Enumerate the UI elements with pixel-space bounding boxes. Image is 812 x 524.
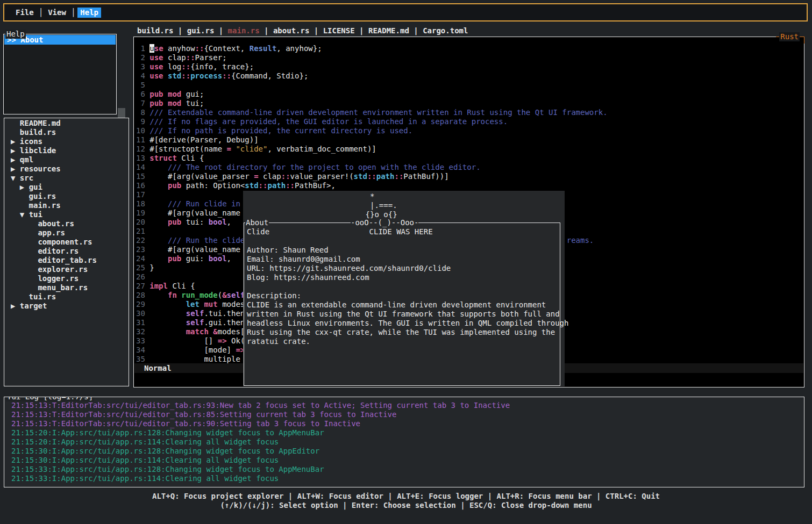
code-token: clap <box>163 53 186 62</box>
code-token: impl <box>149 282 168 290</box>
code-line-14[interactable]: 14 /// The root directory for the projec… <box>136 163 804 172</box>
explorer-item-editor_tab.rs[interactable]: editor_tab.rs <box>4 256 129 265</box>
explorer-item-main.rs[interactable]: main.rs <box>4 201 129 210</box>
explorer-item-qml[interactable]: ▶ qml <box>4 155 129 164</box>
explorer-item-logger.rs[interactable]: logger.rs <box>4 274 129 283</box>
code-line-12[interactable]: 12#[structopt(name = "clide", verbatim_d… <box>136 145 804 154</box>
line-number: 3 <box>136 62 145 71</box>
explorer-item-editor.rs[interactable]: editor.rs <box>4 247 129 256</box>
log-entry: 21:15:33:I:App:src/tui/app.rs:114:Cleari… <box>11 474 804 483</box>
explorer-item-resources[interactable]: ▶ resources <box>4 164 129 174</box>
code-token: fn <box>149 291 177 299</box>
tab-license[interactable]: LICENSE <box>323 26 355 35</box>
menu-bar: File │ View │ Help <box>3 3 808 21</box>
line-number: 21 <box>136 227 145 236</box>
ascii-art-feet: -ooO--(_)--Ooo- <box>351 218 418 227</box>
about-line: URL: https://git.shaunreed.com/shaunrd0/… <box>247 264 560 273</box>
line-number: 17 <box>136 190 145 199</box>
tab-main-rs[interactable]: main.rs <box>228 26 260 35</box>
help-menu-title: Help <box>5 30 26 39</box>
line-number: 23 <box>136 245 145 254</box>
code-token: value_parser!( <box>290 172 354 181</box>
code-line-1[interactable]: 1use anyhow::{Context, Result, anyhow}; <box>136 44 804 53</box>
code-line-16[interactable]: 16 pub path: Option<std::path::PathBuf>, <box>136 181 804 190</box>
code-token: clap <box>259 172 281 181</box>
menu-item-file[interactable]: File <box>13 8 37 18</box>
tab-separator: | <box>214 26 227 35</box>
log-panel-title: Tui Log [log=1.7/s] <box>6 397 94 401</box>
code-line-4[interactable]: 4use std::process::{Command, Stdio}; <box>136 71 804 81</box>
explorer-item-src[interactable]: ▼ src <box>4 174 129 183</box>
code-token: } <box>149 263 154 272</box>
explorer-item-target[interactable]: ▶ target <box>4 302 129 311</box>
menu-item-help[interactable]: Help <box>77 8 101 18</box>
code-token: use <box>149 53 163 62</box>
tab-separator: | <box>355 26 368 35</box>
code-token: PathBuf>, <box>295 181 336 190</box>
code-token: #[structopt(name <box>149 145 226 153</box>
code-token: path: Option< <box>181 181 245 190</box>
explorer-item-app.rs[interactable]: app.rs <box>4 228 129 238</box>
tab-cargo-toml[interactable]: Cargo.toml <box>423 26 468 35</box>
tab-build-rs[interactable]: build.rs <box>137 26 173 35</box>
code-token: = <box>254 172 258 181</box>
line-number: 5 <box>136 81 145 90</box>
line-number: 22 <box>136 236 145 245</box>
code-line-2[interactable]: 2use clap::Parser; <box>136 53 804 62</box>
code-line-7[interactable]: 7pub mod tui; <box>136 99 804 108</box>
code-token: pub <box>149 181 181 190</box>
code-line-9[interactable]: 9/// If no flags are provided, the GUI e… <box>136 117 804 126</box>
scrollbar-thumb[interactable] <box>118 108 125 118</box>
code-line-10[interactable]: 10/// If no path is provided, the curren… <box>136 126 804 135</box>
explorer-item-tui[interactable]: ▼ tui <box>4 210 129 219</box>
about-box: About -ooO--(_)--Ooo- Clide CLIDE WAS HE… <box>244 222 560 386</box>
code-line-15[interactable]: 15 #[arg(value_parser = clap::value_pars… <box>136 172 804 181</box>
line-number: 25 <box>136 263 145 272</box>
code-token: , <box>227 218 231 226</box>
code-line-13[interactable]: 13struct Cli { <box>136 154 804 163</box>
explorer-item-README.md[interactable]: README.md <box>4 119 129 128</box>
explorer-item-about.rs[interactable]: about.rs <box>4 219 129 228</box>
explorer-item-component.rs[interactable]: component.rs <box>4 238 129 247</box>
explorer-item-gui.rs[interactable]: gui.rs <box>4 192 129 201</box>
code-token: use <box>149 62 163 71</box>
explorer-item-tui.rs[interactable]: tui.rs <box>4 292 129 302</box>
explorer-item-menu_bar.rs[interactable]: menu_bar.rs <box>4 283 129 292</box>
code-line-5[interactable]: 5 <box>136 81 804 90</box>
explorer-item-explorer.rs[interactable]: explorer.rs <box>4 265 129 274</box>
menu-item-view[interactable]: View <box>45 8 69 18</box>
code-token: log <box>163 62 182 71</box>
code-token: match <box>149 327 209 336</box>
code-token: tui: <box>181 218 209 226</box>
explorer-item-gui[interactable]: ▶ gui <box>4 183 129 192</box>
log-entry: 21:15:13:T:EditorTab:src/tui/editor_tab.… <box>11 401 804 410</box>
explorer-item-icons[interactable]: ▶ icons <box>4 137 129 146</box>
log-entry: 21:15:20:I:App:src/tui/app.rs:128:Changi… <box>11 428 804 437</box>
tab-gui-rs[interactable]: gui.rs <box>187 26 215 35</box>
code-token: #[arg(value_name <box>149 245 245 254</box>
log-entry: 21:15:33:I:App:src/tui/app.rs:128:Changi… <box>11 465 804 474</box>
code-token: mod <box>168 90 181 98</box>
about-line: Rust using the cxx-qt crate, while the T… <box>247 328 560 337</box>
code-token: :: <box>222 71 231 80</box>
line-number: 33 <box>136 336 145 346</box>
code-token: path <box>376 172 395 181</box>
tab-about-rs[interactable]: about.rs <box>273 26 309 35</box>
code-line-8[interactable]: 8/// Extendable command-line driven deve… <box>136 108 804 117</box>
line-number: 29 <box>136 300 145 309</box>
code-line-11[interactable]: 11#[derive(Parser, Debug)] <box>136 135 804 145</box>
code-token: :: <box>286 181 295 190</box>
code-token: :: <box>195 44 204 53</box>
line-number: 26 <box>136 272 145 282</box>
line-number: 12 <box>136 145 145 154</box>
tab-readme-md[interactable]: README.md <box>368 26 409 35</box>
code-token: #[arg(value_parser <box>149 172 254 181</box>
code-token: /// Run the clide <box>149 236 249 245</box>
code-line-6[interactable]: 6pub mod gui; <box>136 90 804 99</box>
explorer-item-libclide[interactable]: ▶ libclide <box>4 146 129 155</box>
code-line-3[interactable]: 3use log::{info, trace}; <box>136 62 804 71</box>
code-token: , anyhow}; <box>276 44 322 53</box>
code-token: #[arg(value_name <box>149 209 245 217</box>
code-token: {Context, <box>204 44 249 53</box>
explorer-item-build.rs[interactable]: build.rs <box>4 128 129 137</box>
